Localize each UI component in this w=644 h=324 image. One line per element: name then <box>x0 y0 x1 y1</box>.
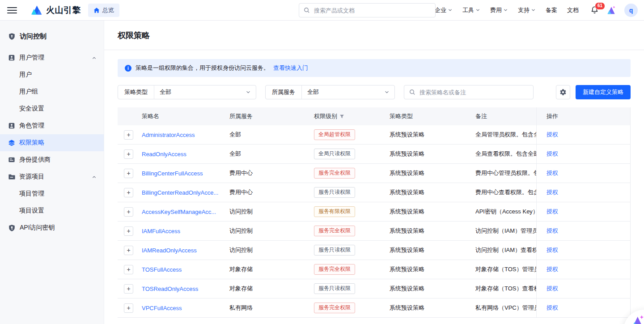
policy-search[interactable] <box>404 85 534 99</box>
authorize-link[interactable]: 授权 <box>547 188 558 196</box>
policy-type: 系统预设策略 <box>390 183 475 202</box>
expand-row-button[interactable]: + <box>124 130 133 140</box>
sidebar-item-label: 角色管理 <box>19 122 97 130</box>
nav-menu-tools[interactable]: 工具 <box>462 6 480 14</box>
tab-overview[interactable]: 总览 <box>88 4 119 17</box>
permission-level-badge: 服务完全权限 <box>314 226 355 236</box>
create-policy-button[interactable]: 新建自定义策略 <box>576 85 631 99</box>
policy-type: 系统预设策略 <box>390 125 475 144</box>
product-search[interactable] <box>299 3 436 17</box>
sidebar-item-users[interactable]: 用户 <box>0 66 104 83</box>
expand-row-button[interactable]: + <box>124 265 133 274</box>
service-filter[interactable]: 所属服务 全部 <box>265 85 395 99</box>
authorize-link[interactable]: 授权 <box>547 169 558 177</box>
policy-name-link[interactable]: AdministratorAccess <box>142 132 195 138</box>
policy-search-input[interactable] <box>419 89 528 96</box>
table-row: +IAMFullAccess访问控制服务完全权限系统预设策略访问控制（IAM）管… <box>118 222 630 241</box>
authorize-link[interactable]: 授权 <box>547 246 558 254</box>
sidebar-item-label: 用户管理 <box>19 54 92 62</box>
sidebar-item-project-settings[interactable]: 项目设置 <box>0 202 104 219</box>
table-settings-button[interactable] <box>556 85 570 99</box>
expand-row-button[interactable]: + <box>124 246 133 255</box>
quickstart-link[interactable]: 查看快速入门 <box>273 64 308 72</box>
sidebar-item-resource-projects[interactable]: 资源项目 <box>0 168 104 185</box>
hamburger-menu-icon[interactable] <box>7 7 17 13</box>
search-icon <box>409 89 415 95</box>
policy-name-link[interactable]: VPCFullAccess <box>142 305 182 311</box>
chevron-up-icon[interactable] <box>92 55 97 60</box>
page-title: 权限策略 <box>118 30 150 41</box>
expand-row-button[interactable]: + <box>124 169 133 178</box>
col-header-action: 操作 <box>536 107 630 125</box>
sidebar: 访问控制用户管理用户用户组安全设置角色管理权限策略身份提供商资源项目项目管理项目… <box>0 21 104 324</box>
nav-menu-support[interactable]: 支持 <box>518 6 536 14</box>
sidebar-item-user-groups[interactable]: 用户组 <box>0 83 104 100</box>
filter-bar: 策略类型 全部 所属服务 全部 <box>118 85 631 99</box>
idp-icon <box>8 156 15 163</box>
table-row: +VPCFullAccess私有网络服务完全权限系统预设策略私有网络（VPC）管… <box>118 298 630 318</box>
nav-menu-enterprise[interactable]: 企业 <box>435 6 453 14</box>
permission-level-badge: 服务只读权限 <box>314 187 355 198</box>
col-header-level: 权限级别 <box>314 107 390 125</box>
sidebar-item-security-settings[interactable]: 安全设置 <box>0 100 104 117</box>
chevron-up-icon[interactable] <box>92 175 97 179</box>
main-area: 权限策略 i 策略是一组权限的集合，用于授权身份访问云服务。 查看快速入门 策略… <box>104 21 644 324</box>
user-avatar[interactable]: q <box>624 4 638 17</box>
product-search-input[interactable] <box>313 7 431 14</box>
sidebar-item-access-control[interactable]: 访问控制 <box>0 27 104 46</box>
policy-type: 系统预设策略 <box>390 222 475 240</box>
authorize-link[interactable]: 授权 <box>547 208 558 216</box>
policy-name-link[interactable]: IAMReadOnlyAccess <box>142 247 197 254</box>
service-filter-label: 所属服务 <box>266 85 302 99</box>
ai-assistant-icon[interactable] <box>606 5 616 15</box>
table-row: +TOSFullAccess对象存储服务完全权限系统预设策略对象存储（TOS）管… <box>118 260 630 279</box>
col-header-expand <box>118 107 142 125</box>
policy-name-link[interactable]: AccessKeySelfManageAcc... <box>142 209 216 215</box>
sidebar-item-role-management[interactable]: 角色管理 <box>0 117 104 134</box>
policy-name-link[interactable]: IAMFullAccess <box>142 228 180 234</box>
policy-name-link[interactable]: TOSReadOnlyAccess <box>142 286 198 292</box>
authorize-link[interactable]: 授权 <box>547 285 558 293</box>
sidebar-item-project-management[interactable]: 项目管理 <box>0 185 104 202</box>
sidebar-item-permission-policies[interactable]: 权限策略 <box>0 134 104 151</box>
policy-name-link[interactable]: ReadOnlyAccess <box>142 151 186 158</box>
authorize-link[interactable]: 授权 <box>547 265 558 273</box>
sidebar-item-user-management[interactable]: 用户管理 <box>0 49 104 66</box>
permission-level-badge: 服务完全权限 <box>314 264 355 275</box>
filter-funnel-icon[interactable] <box>339 114 344 119</box>
nav-menu-label: 备案 <box>546 6 557 14</box>
nav-menu-label: 支持 <box>518 6 530 14</box>
expand-row-button[interactable]: + <box>124 207 133 217</box>
policy-service: 全部 <box>229 125 314 144</box>
col-header-name: 策略名 <box>142 107 229 125</box>
policy-remark: 费用中心查看权限。包含 <box>475 188 536 196</box>
nav-menu-icp[interactable]: 备案 <box>546 6 557 14</box>
authorize-link[interactable]: 授权 <box>547 227 558 235</box>
chevron-down-icon <box>448 8 453 13</box>
search-icon <box>304 7 310 13</box>
nav-menu-docs[interactable]: 文档 <box>567 6 579 14</box>
policy-name-link[interactable]: TOSFullAccess <box>142 266 182 273</box>
expand-row-button[interactable]: + <box>124 188 133 197</box>
key-shield-icon <box>8 224 16 232</box>
expand-row-button[interactable]: + <box>124 284 133 294</box>
nav-menu-label: 企业 <box>435 6 446 14</box>
brand-logo[interactable]: 火山引擎 <box>31 4 81 16</box>
expand-row-button[interactable]: + <box>124 226 133 236</box>
authorize-link[interactable]: 授权 <box>547 131 558 139</box>
policy-type-filter[interactable]: 策略类型 全部 <box>118 85 256 99</box>
chevron-down-icon <box>475 8 480 13</box>
policy-name-link[interactable]: BillingCenterFullAccess <box>142 170 203 177</box>
col-header-label: 策略类型 <box>390 112 413 120</box>
policy-name-link[interactable]: BillingCenterReadOnlyAcce... <box>142 189 218 196</box>
expand-row-button[interactable]: + <box>124 149 133 159</box>
notifications-button[interactable]: 61 <box>590 6 599 14</box>
authorize-link[interactable]: 授权 <box>547 304 558 312</box>
home-icon <box>93 7 100 13</box>
shield-lock-icon <box>8 33 16 40</box>
authorize-link[interactable]: 授权 <box>547 150 558 158</box>
expand-row-button[interactable]: + <box>124 303 133 313</box>
sidebar-item-identity-provider[interactable]: 身份提供商 <box>0 151 104 168</box>
nav-menu-billing[interactable]: 费用 <box>490 6 508 14</box>
sidebar-item-api-access-keys[interactable]: API访问密钥 <box>0 219 104 236</box>
